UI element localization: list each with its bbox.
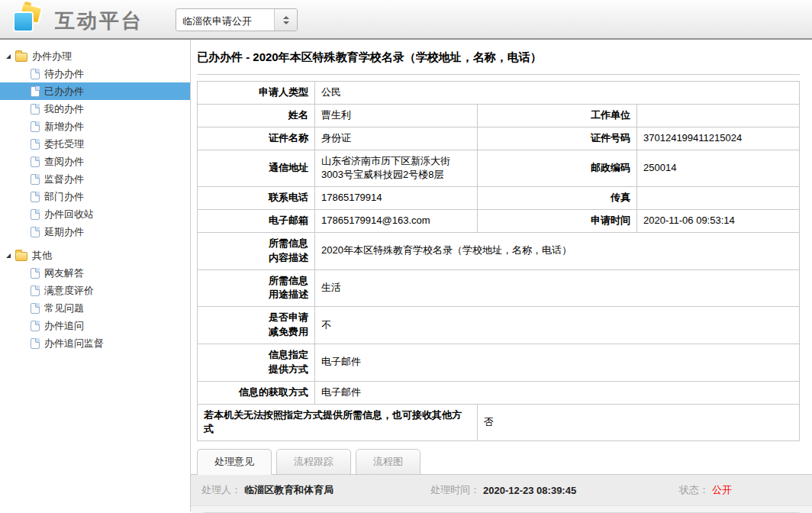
folders-icon [12, 5, 44, 34]
handler-label: 处理人： [201, 483, 241, 497]
sidebar-item[interactable]: 办件追问监督 [0, 334, 190, 352]
sidebar-item[interactable]: 查阅办件 [0, 153, 190, 170]
document-icon [31, 209, 40, 220]
opinion-info-row: 处理人： 临淄区教育和体育局 处理时间： 2020-12-23 08:39:45… [191, 475, 812, 506]
sidebar-item[interactable]: 网友解答 [0, 264, 190, 282]
expander-icon[interactable] [6, 54, 11, 59]
sidebar-item-label: 办件追问监督 [44, 337, 104, 350]
field-label: 电子邮箱 [198, 210, 315, 233]
title-divider [197, 74, 800, 75]
time-value: 2020-12-23 08:39:45 [483, 485, 576, 496]
tree-group-label: 其他 [32, 249, 52, 263]
table-row: 若本机关无法按照指定方式提供所需信息，也可接收其他方式否 [198, 404, 800, 441]
field-label: 工作单位 [478, 104, 637, 127]
table-row: 信息的获取方式电子邮件 [198, 381, 800, 404]
field-label: 邮政编码 [478, 150, 637, 187]
sidebar-item[interactable]: 办件追问 [0, 317, 190, 334]
folder-icon [15, 252, 27, 261]
table-row: 是否申请 减免费用不 [198, 307, 800, 344]
field-label: 联系电话 [198, 187, 315, 210]
field-value: 2020年本区特殊教育学校名录（学校地址，名称，电话） [315, 232, 800, 269]
sidebar-item-label: 新增办件 [44, 120, 84, 134]
sidebar-item-label: 待办办件 [44, 67, 84, 81]
document-icon [31, 303, 40, 314]
table-row: 联系电话17865179914传真 [198, 187, 800, 210]
tab-opinion[interactable]: 处理意见 [197, 449, 272, 475]
field-label: 通信地址 [198, 150, 315, 187]
sidebar: 办件办理待办办件已办办件我的办件新增办件委托受理查阅办件监督办件部门办件办件回收… [0, 40, 191, 511]
sidebar-item[interactable]: 常见问题 [0, 299, 190, 317]
document-icon [31, 139, 40, 150]
time-group: 处理时间： 2020-12-23 08:39:45 [430, 483, 679, 497]
document-icon [31, 227, 40, 237]
field-label: 是否申请 减免费用 [198, 307, 315, 344]
document-icon [31, 104, 40, 115]
sidebar-item-label: 部门办件 [44, 190, 84, 204]
document-icon [31, 69, 40, 79]
handler-group: 处理人： 临淄区教育和体育局 [201, 483, 430, 497]
main-content: 已办办件 - 2020年本区特殊教育学校名录（学校地址，名称，电话） 申请人类型… [191, 40, 812, 511]
sidebar-item[interactable]: 我的办件 [0, 100, 190, 118]
table-row: 证件名称身份证证件号码370124199411215024 [198, 127, 800, 150]
page-title: 已办办件 - 2020年本区特殊教育学校名录（学校地址，名称，电话） [197, 50, 800, 65]
field-value: 250014 [637, 150, 800, 187]
sidebar-item[interactable]: 委托受理 [0, 135, 190, 153]
field-value: 370124199411215024 [637, 127, 800, 150]
tree-group-label: 办件办理 [32, 50, 72, 63]
sidebar-item-label: 办件追问 [44, 319, 84, 333]
expander-icon[interactable] [6, 253, 11, 258]
sidebar-item-label: 网友解答 [44, 266, 84, 280]
field-value: 17865179914@163.com [315, 210, 478, 233]
sidebar-item[interactable]: 新增办件 [0, 118, 190, 135]
sidebar-item[interactable]: 待办办件 [0, 65, 190, 82]
tab-flow-chart[interactable]: 流程图 [356, 449, 420, 475]
tabs-bar: 处理意见 流程跟踪 流程图 [191, 449, 812, 475]
table-row: 所需信息 用途描述生活 [198, 269, 800, 307]
field-label: 信息的获取方式 [198, 381, 315, 404]
category-select-value: 临淄依申请公开 [176, 9, 274, 31]
status-label: 状态： [679, 483, 709, 497]
sidebar-item[interactable]: 满意度评价 [0, 282, 190, 299]
field-label: 若本机关无法按照指定方式提供所需信息，也可接收其他方式 [198, 404, 478, 441]
opinion-panel: 处理人： 临淄区教育和体育局 处理时间： 2020-12-23 08:39:45… [191, 475, 812, 513]
sidebar-item-label: 常见问题 [44, 302, 84, 315]
app-title: 互动平台 [55, 8, 143, 34]
sidebar-item-label: 我的办件 [44, 102, 84, 116]
sidebar-item[interactable]: 延期办件 [0, 223, 190, 240]
handler-value: 临淄区教育和体育局 [244, 483, 334, 497]
sidebar-item[interactable]: 监督办件 [0, 170, 190, 188]
field-value [637, 104, 800, 127]
tree-group[interactable]: 办件办理 [0, 47, 190, 65]
table-row: 所需信息 内容描述2020年本区特殊教育学校名录（学校地址，名称，电话） [198, 232, 800, 269]
document-icon [31, 321, 40, 331]
field-label: 证件名称 [198, 127, 315, 150]
sidebar-item[interactable]: 办件回收站 [0, 205, 190, 223]
category-select[interactable]: 临淄依申请公开 [176, 8, 298, 31]
sidebar-item-label: 委托受理 [44, 137, 84, 151]
tree-group[interactable]: 其他 [0, 247, 190, 264]
status-badge: 公开 [712, 483, 732, 497]
table-row: 通信地址山东省济南市历下区新泺大街3003号宝威科技园2号楼8层邮政编码2500… [198, 150, 800, 187]
field-label: 申请时间 [478, 210, 637, 233]
field-label: 姓名 [198, 104, 315, 127]
sidebar-item-label: 查阅办件 [44, 155, 84, 169]
sidebar-item-label: 满意度评价 [44, 284, 94, 298]
select-spinner-icon [274, 9, 297, 31]
detail-table: 申请人类型公民姓名曹生利工作单位证件名称身份证证件号码3701241994112… [197, 81, 800, 441]
sidebar-item[interactable]: 已办办件 [0, 82, 190, 100]
sidebar-item-label: 延期办件 [44, 225, 84, 239]
field-value: 山东省济南市历下区新泺大街3003号宝威科技园2号楼8层 [315, 150, 478, 187]
folder-icon [15, 53, 27, 62]
document-icon [31, 156, 40, 167]
sidebar-item[interactable]: 部门办件 [0, 188, 190, 205]
field-label: 所需信息 用途描述 [198, 269, 315, 307]
app-header: 互动平台 临淄依申请公开 [0, 0, 812, 40]
field-value: 17865179914 [315, 187, 478, 210]
field-label: 所需信息 内容描述 [198, 232, 315, 269]
document-icon [31, 121, 40, 132]
document-icon [31, 192, 40, 202]
sidebar-item-label: 监督办件 [44, 173, 84, 186]
tab-process-track[interactable]: 流程跟踪 [276, 449, 351, 475]
document-icon [31, 338, 40, 349]
field-value: 生活 [315, 269, 800, 307]
